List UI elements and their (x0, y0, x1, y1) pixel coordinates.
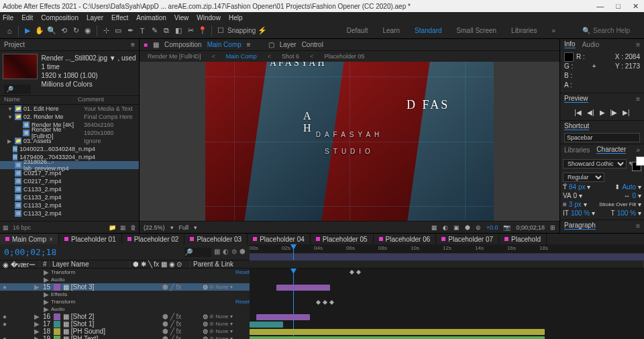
trash-icon[interactable]: 🗑 (130, 224, 136, 231)
shape-tool-icon[interactable]: ▭ (113, 26, 123, 36)
timeline-tab[interactable]: Placeholder 04 (248, 234, 311, 244)
panel-menu-icon[interactable]: ≡ (131, 41, 135, 48)
crumb-render[interactable]: Render Me [FullHD] (144, 53, 205, 60)
panel-menu-icon[interactable]: ≡ (636, 222, 640, 230)
tl-opt3-icon[interactable]: ⊚ (231, 248, 237, 257)
project-row[interactable]: ▼📁02. Render MeFinal Comps Here (0, 113, 139, 121)
zoom-level[interactable]: (22.5%) (144, 224, 165, 231)
layer-bar-shot2[interactable] (256, 314, 310, 320)
ws-learn[interactable]: Learn (382, 27, 400, 34)
time-ruler[interactable]: 00s02s04s06s08s10s12s14s16s18s (250, 244, 644, 254)
prev-frame-icon[interactable]: ◀| (587, 109, 594, 116)
crumb-shot[interactable]: Shot 6 (278, 53, 303, 60)
crumb-main[interactable]: Main Comp (222, 53, 261, 60)
color-swatch[interactable] (636, 156, 641, 171)
pen-tool-icon[interactable]: ✒ (125, 26, 136, 36)
region-icon[interactable]: ▣ (453, 224, 460, 231)
help-search-input[interactable] (593, 27, 640, 34)
snapping-checkbox[interactable]: ☐ (215, 26, 226, 36)
menu-effect[interactable]: Effect (111, 14, 128, 21)
type-tool-icon[interactable]: T (137, 26, 148, 36)
menu-window[interactable]: Window (197, 14, 221, 21)
layer-row[interactable]: ●▶19▦ [PH Text]⬢ ╱ fx⊚⊘ None ▾ (0, 335, 250, 339)
font-size[interactable]: 84 px (569, 183, 585, 191)
close-button[interactable]: ✕ (633, 2, 639, 11)
snap-opts-icon[interactable]: ⚡ (257, 26, 268, 36)
menu-edit[interactable]: Edit (21, 14, 33, 21)
ws-small[interactable]: Small Screen (457, 27, 496, 34)
project-row[interactable]: ▤C1133_2.mp4 (0, 193, 139, 201)
tl-opt2-icon[interactable]: ◐ (223, 248, 229, 257)
layer-row[interactable]: ●▶17▦ [Shot 1]⬢ ╱ fx⊚⊘ None ▾ (0, 320, 250, 328)
ws-standard[interactable]: Standard (415, 27, 442, 34)
comp-name[interactable]: Main Comp (207, 41, 241, 48)
new-folder-icon[interactable]: 📁 (109, 224, 116, 231)
mask-icon[interactable]: ◐ (443, 224, 448, 231)
layer-row[interactable]: ▶Effects (0, 291, 250, 298)
menu-layer[interactable]: Layer (87, 14, 103, 21)
layer-label[interactable]: Layer (280, 41, 297, 48)
col-comment[interactable]: Comment (78, 96, 104, 104)
layer-row[interactable]: ●▶16▦ [Shot 2]⬢ ╱ fx⊚⊘ None ▾ (0, 313, 250, 320)
tl-opt1-icon[interactable]: ▦ (214, 248, 220, 257)
stroke-width[interactable]: 3 px (569, 201, 582, 208)
composition-viewer[interactable]: AFASYAH AH D FAS DAFASYAHSTUDIO (140, 62, 559, 221)
control-label[interactable]: Control (302, 41, 323, 48)
layer-row[interactable]: ▶18▦ [PH Sound]⬢ ╱ fx⊚⊘ None ▾ (0, 328, 250, 335)
timeline-tracks[interactable] (250, 269, 644, 339)
orbit-tool-icon[interactable]: ⟲ (58, 26, 69, 36)
color-mgmt-icon[interactable]: ⊚ (476, 224, 481, 231)
project-row[interactable]: ▤C1133_2.mp4 (0, 185, 139, 193)
zoom-tool-icon[interactable]: 🔍 (46, 26, 57, 36)
stroke-mode[interactable]: Stroke Over Fill (599, 201, 636, 207)
project-row[interactable]: ▤C1133_2.mp4 (0, 201, 139, 209)
project-search-input[interactable] (4, 85, 31, 94)
panel-menu-icon[interactable]: ≡ (636, 41, 640, 48)
snapshot-icon[interactable]: 📷 (503, 224, 511, 231)
roto-tool-icon[interactable]: ✂ (185, 26, 196, 36)
timeline-ruler-area[interactable]: 00s02s04s06s08s10s12s14s16s18s (250, 244, 644, 260)
keyframe[interactable] (356, 270, 361, 275)
layer-row[interactable]: ▶Audio (0, 276, 250, 283)
3d-view-icon[interactable]: ⊞ (550, 224, 555, 231)
timeline-tab[interactable]: Placeholder 07 (436, 234, 499, 244)
project-row[interactable]: ▤2318026...-lab_preview.mp4 (0, 161, 139, 169)
ws-more-icon[interactable]: » (551, 27, 555, 34)
menu-animation[interactable]: Animation (136, 14, 166, 21)
puppet-tool-icon[interactable]: 📍 (197, 26, 208, 36)
rotate-tool-icon[interactable]: ↻ (70, 26, 81, 36)
resolution[interactable]: Full (179, 224, 189, 231)
zoom-chevron-icon[interactable]: ▾ (170, 224, 174, 231)
more-icon[interactable]: » (636, 146, 640, 154)
first-frame-icon[interactable]: |◀ (574, 109, 582, 116)
timeline-tab[interactable]: Placehold (499, 234, 547, 244)
timeline-tab[interactable]: Placeholder 05 (311, 234, 374, 244)
tab-info[interactable]: Info (564, 40, 576, 48)
keyframe[interactable] (329, 300, 334, 305)
kerning[interactable]: 0 (574, 192, 578, 199)
keyframe[interactable] (316, 300, 321, 305)
tab-paragraph[interactable]: Paragraph (564, 222, 596, 230)
maximize-button[interactable]: □ (616, 2, 621, 11)
project-row[interactable]: ▤1040023...60340248_n.mp4 (0, 145, 139, 153)
interpret-icon[interactable]: ▦ (3, 224, 9, 231)
channel-icon[interactable]: ⬢ (465, 224, 470, 231)
menu-view[interactable]: View (174, 14, 189, 21)
last-frame-icon[interactable]: ▶| (623, 109, 630, 116)
timeline-tab[interactable]: Placeholder 01 (59, 234, 122, 244)
tab-audio[interactable]: Audio (582, 41, 600, 48)
playhead[interactable] (293, 244, 294, 260)
col-name[interactable]: Name (4, 96, 78, 104)
timeline-tab[interactable]: Placeholder 03 (184, 234, 248, 244)
viewer-tc[interactable]: 0;00;02;18 (516, 224, 545, 231)
layer-bar-text[interactable] (250, 336, 545, 339)
panel-menu-icon[interactable]: ≡ (636, 95, 640, 103)
home-icon[interactable]: ⌂ (4, 26, 15, 36)
clone-tool-icon[interactable]: ⧉ (161, 26, 172, 36)
project-row[interactable]: ▶📁03. AssetsIgnore (0, 137, 139, 145)
layer-list[interactable]: ▶TransformReset▶Audio●▶15▦ [Shot 3]⬢ ╱ f… (0, 269, 250, 339)
res-chevron-icon[interactable]: ▾ (194, 224, 197, 231)
hscale[interactable]: 100 % (571, 209, 590, 217)
crumb-ph[interactable]: Placeholder 05 (320, 53, 368, 60)
project-row[interactable]: ▤C0217_7.mp4 (0, 169, 139, 177)
